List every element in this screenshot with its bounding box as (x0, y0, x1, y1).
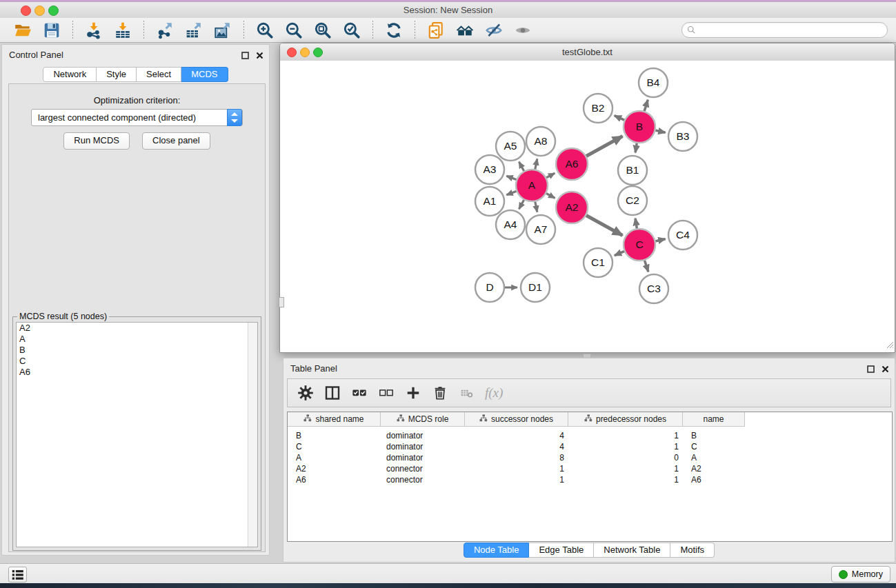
table-cell[interactable]: A (683, 453, 745, 463)
result-list-scrollbar[interactable] (248, 323, 257, 547)
table-cell[interactable]: A (288, 453, 381, 463)
settings-gear-icon[interactable] (297, 384, 315, 402)
graph-node-B3[interactable]: B3 (668, 122, 697, 151)
graph-node-B[interactable]: B (624, 111, 655, 143)
table-cell[interactable]: A6 (683, 475, 745, 485)
split-panel-icon[interactable] (323, 384, 341, 402)
table-cell[interactable]: B (683, 431, 745, 440)
zoom-in-icon[interactable] (254, 20, 276, 41)
save-icon[interactable] (41, 20, 63, 41)
table-cell[interactable]: C (683, 442, 745, 452)
table-cell[interactable]: connector (381, 464, 465, 474)
hide-selected-icon[interactable] (483, 20, 505, 41)
graph-node-B2[interactable]: B2 (584, 94, 613, 123)
zoom-selected-icon[interactable] (341, 20, 363, 41)
table-cell[interactable]: dominator (381, 442, 465, 452)
graph-node-A[interactable]: A (516, 170, 548, 201)
table-cell[interactable]: A2 (288, 464, 381, 474)
select-all-icon[interactable] (350, 384, 368, 402)
float-icon[interactable] (241, 50, 249, 62)
network-window-titlebar[interactable]: testGlobe.txt (280, 43, 895, 61)
table-cell[interactable]: B (288, 431, 381, 440)
table-cell[interactable]: 1 (568, 464, 683, 474)
column-header-name[interactable]: name (683, 412, 745, 427)
tab-node-table[interactable]: Node Table (464, 543, 530, 558)
result-list-item[interactable]: A (17, 334, 257, 345)
open-folder-icon[interactable] (12, 20, 34, 41)
close-icon[interactable] (256, 50, 263, 62)
search-input[interactable] (699, 23, 882, 37)
add-column-icon[interactable] (404, 384, 422, 402)
tab-select[interactable]: Select (137, 67, 181, 82)
select-stepper[interactable] (227, 109, 242, 126)
graph-node-A5[interactable]: A5 (496, 132, 525, 161)
refresh-icon[interactable] (383, 20, 405, 41)
graph-node-A1[interactable]: A1 (475, 187, 504, 216)
table-cell[interactable]: A6 (288, 475, 381, 485)
deselect-all-icon[interactable] (377, 384, 395, 402)
zoom-fit-icon[interactable] (312, 20, 334, 41)
column-header-MCDS-role[interactable]: MCDS role (381, 412, 465, 427)
graph-node-D1[interactable]: D1 (521, 273, 550, 302)
column-header-predecessor-nodes[interactable]: predecessor nodes (568, 412, 683, 427)
graph-node-C1[interactable]: C1 (584, 248, 613, 277)
delete-column-icon[interactable] (431, 384, 449, 402)
graph-node-A4[interactable]: A4 (496, 210, 525, 239)
result-list-item[interactable]: A2 (17, 323, 257, 334)
table-cell[interactable]: 1 (568, 442, 683, 452)
graph-node-A2[interactable]: A2 (556, 192, 588, 223)
zoom-out-icon[interactable] (283, 20, 305, 41)
export-network-icon[interactable] (154, 20, 176, 41)
export-table-icon[interactable] (183, 20, 205, 41)
graph-node-A8[interactable]: A8 (526, 127, 555, 156)
graph-node-A3[interactable]: A3 (475, 155, 504, 184)
task-history-button[interactable] (8, 567, 27, 582)
table-cell[interactable]: 0 (568, 453, 683, 463)
result-list-item[interactable]: A6 (17, 367, 257, 378)
graph-node-A7[interactable]: A7 (526, 215, 555, 244)
table-cell[interactable]: connector (381, 475, 465, 485)
table-cell[interactable]: 4 (465, 431, 568, 440)
graph-node-A6[interactable]: A6 (556, 148, 588, 180)
tab-motifs[interactable]: Motifs (670, 543, 715, 558)
main-titlebar[interactable]: Session: New Session (0, 2, 896, 19)
table-cell[interactable]: 8 (465, 453, 568, 463)
result-list-item[interactable]: B (17, 345, 257, 356)
graph-node-D[interactable]: D (475, 273, 504, 302)
result-list-item[interactable]: C (17, 356, 257, 367)
close-icon[interactable] (882, 363, 889, 376)
graph-node-C3[interactable]: C3 (639, 274, 668, 303)
table-cell[interactable]: 1 (465, 464, 568, 474)
tab-edge-table[interactable]: Edge Table (529, 543, 594, 558)
float-icon[interactable] (867, 363, 875, 376)
mcds-result-list[interactable]: A2ABCA6 (16, 322, 258, 547)
import-network-icon[interactable] (83, 20, 105, 41)
close-panel-button[interactable]: Close panel (142, 132, 210, 150)
neighbors-home-icon[interactable] (454, 20, 476, 41)
graph-node-C2[interactable]: C2 (618, 186, 647, 215)
tab-mcds[interactable]: MCDS (181, 67, 228, 82)
column-header-successor-nodes[interactable]: successor nodes (465, 412, 568, 427)
table-cell[interactable]: dominator (381, 453, 465, 463)
optimization-criterion-select[interactable]: largest connected component (directed) (31, 109, 243, 126)
tab-network[interactable]: Network (43, 67, 97, 82)
tab-style[interactable]: Style (97, 67, 137, 82)
table-cell[interactable]: dominator (381, 431, 465, 440)
memory-button[interactable]: Memory (831, 566, 890, 582)
column-header-shared-name[interactable]: shared name (288, 412, 381, 427)
clone-network-icon[interactable] (425, 20, 447, 41)
table-cell[interactable]: C (288, 442, 381, 452)
table-cell[interactable]: 1 (568, 431, 683, 440)
table-cell[interactable]: 1 (568, 475, 683, 485)
graph-node-B1[interactable]: B1 (618, 156, 647, 185)
graph-node-C[interactable]: C (624, 229, 655, 261)
export-image-icon[interactable] (212, 20, 234, 41)
table-cell[interactable]: A2 (683, 464, 745, 474)
import-table-icon[interactable] (112, 20, 134, 41)
resize-grip-icon[interactable] (885, 339, 894, 352)
network-canvas[interactable]: B4B2BB3A5A8A6B1A3AC2A1A2A4A7C4CC1C3DD1 (280, 61, 895, 352)
show-all-icon[interactable] (512, 20, 534, 41)
search-box[interactable] (681, 22, 888, 38)
run-mcds-button[interactable]: Run MCDS (63, 132, 130, 150)
graph-node-C4[interactable]: C4 (668, 221, 697, 250)
